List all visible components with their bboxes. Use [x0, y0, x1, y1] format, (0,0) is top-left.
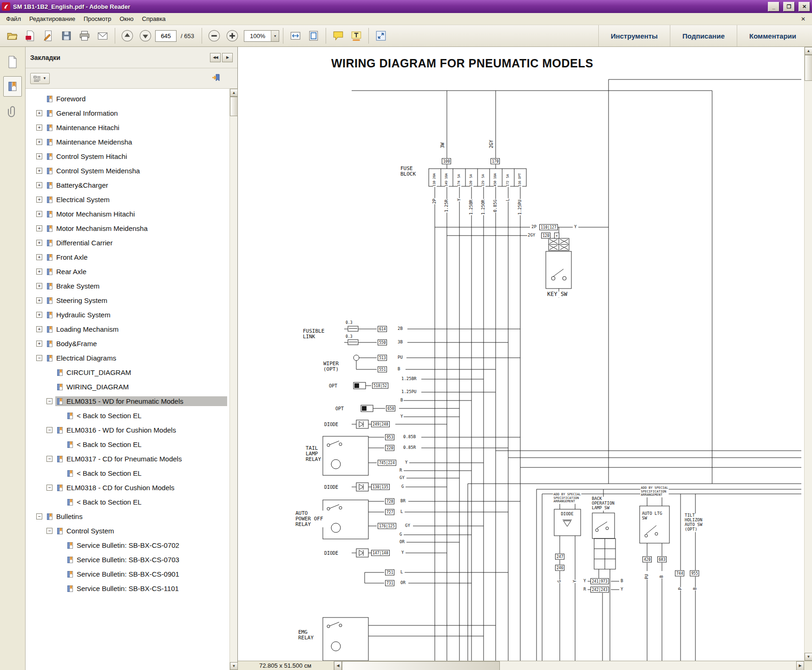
bookmark-item[interactable]: +Loading Mechanism — [26, 322, 237, 336]
bookmark-item[interactable]: +General Information — [26, 106, 237, 120]
bookmark-item[interactable]: −Electrical Diagrams — [26, 351, 237, 365]
bookmark-item[interactable]: +Motor Mechanism Meidensha — [26, 221, 237, 236]
comment-panel-button[interactable]: Комментарии — [737, 25, 808, 46]
bookmark-item[interactable]: +Body&Frame — [26, 336, 237, 351]
bookmark-item[interactable]: Service Bulletin: SB-BX-CS-0702 — [26, 538, 237, 552]
bookmark-item[interactable]: < Back to Section EL — [26, 495, 237, 509]
bookmark-item[interactable]: −ELM0318 - CD for Cushion Models — [26, 480, 237, 495]
bookmarks-scrollbar[interactable]: ▲ ▼ — [229, 89, 237, 670]
expand-plus-icon[interactable]: + — [36, 110, 42, 116]
bookmark-item[interactable]: +Control System Hitachi — [26, 149, 237, 164]
zoom-out-button[interactable] — [206, 27, 223, 45]
scroll-down-icon[interactable]: ▼ — [230, 662, 238, 670]
bookmark-item[interactable]: Service Bulletin: SB-BX-CS-1101 — [26, 581, 237, 596]
expand-plus-icon[interactable]: + — [36, 297, 42, 303]
close-button[interactable]: ✕ — [799, 2, 810, 12]
collapse-minus-icon[interactable]: − — [46, 398, 52, 404]
document-horizontal-scrollbar[interactable]: ◀ ▶ — [334, 661, 804, 670]
bookmark-item[interactable]: +Front Axle — [26, 250, 237, 264]
document-close-icon[interactable]: ✕ — [796, 15, 810, 23]
menu-help[interactable]: Справка — [138, 13, 170, 24]
bookmark-item[interactable]: < Back to Section EL — [26, 437, 237, 452]
add-comment-button[interactable] — [330, 27, 347, 45]
fit-page-button[interactable] — [305, 27, 322, 45]
bookmark-item[interactable]: +Steering System — [26, 293, 237, 308]
scrollbar-thumb[interactable] — [805, 55, 812, 81]
page-number-input[interactable] — [155, 30, 177, 42]
bookmark-item[interactable]: CIRCUIT_DIAGRAM — [26, 365, 237, 380]
create-pdf-button[interactable] — [22, 27, 39, 45]
expand-plus-icon[interactable]: + — [36, 312, 42, 318]
bookmark-item[interactable]: Foreword — [26, 92, 237, 106]
expand-plus-icon[interactable]: + — [36, 197, 42, 203]
email-button[interactable] — [94, 27, 111, 45]
zoom-level-select[interactable]: 100% ▼ — [244, 30, 279, 42]
bookmark-item[interactable]: Service Bulletin: SB-BX-CS-0703 — [26, 552, 237, 567]
expand-plus-icon[interactable]: + — [36, 153, 42, 159]
bookmark-item[interactable]: +Electrical System — [26, 192, 237, 207]
scrollbar-thumb[interactable] — [342, 661, 500, 670]
bookmark-item[interactable]: +Differential Carrier — [26, 236, 237, 250]
print-button[interactable] — [76, 27, 93, 45]
bookmark-item[interactable]: Service Bulletin: SB-BX-CS-0901 — [26, 567, 237, 581]
bookmarks-panel-button[interactable] — [3, 76, 22, 97]
next-page-button[interactable] — [137, 27, 154, 45]
scrollbar-thumb[interactable] — [230, 97, 238, 116]
zoom-dropdown-icon[interactable]: ▼ — [271, 31, 279, 41]
menu-view[interactable]: Просмотр — [79, 13, 115, 24]
bookmark-item[interactable]: +Battery&Charger — [26, 178, 237, 192]
menu-window[interactable]: Окно — [115, 13, 138, 24]
expand-plus-icon[interactable]: + — [36, 240, 42, 246]
tools-panel-button[interactable]: Инструменты — [598, 25, 670, 46]
edit-document-button[interactable] — [40, 27, 57, 45]
bookmark-item[interactable]: < Back to Section EL — [26, 408, 237, 423]
collapse-minus-icon[interactable]: − — [46, 427, 52, 433]
scroll-up-icon[interactable]: ▲ — [805, 47, 812, 55]
bookmark-item[interactable]: WIRING_DIAGRAM — [26, 380, 237, 394]
expand-plus-icon[interactable]: + — [36, 269, 42, 275]
collapse-minus-icon[interactable]: − — [36, 513, 42, 519]
fullscreen-button[interactable] — [373, 27, 389, 45]
bookmark-item[interactable]: −Control System — [26, 524, 237, 538]
bookmark-item[interactable]: +Maintenance Meidensha — [26, 135, 237, 149]
bookmark-item[interactable]: −ELM0315 - WD for Pneumatic Models — [26, 394, 237, 408]
page-thumbnails-button[interactable] — [3, 52, 22, 72]
expand-plus-icon[interactable]: + — [36, 225, 42, 231]
expand-plus-icon[interactable]: + — [36, 283, 42, 289]
scrollbar-track[interactable] — [500, 661, 796, 670]
scroll-down-icon[interactable]: ▼ — [805, 653, 812, 661]
bookmark-item[interactable]: −Bulletins — [26, 509, 237, 524]
bookmark-item[interactable]: −ELM0317 - CD for Pneumatic Models — [26, 452, 237, 466]
menu-file[interactable]: Файл — [2, 13, 25, 24]
expand-panel-icon[interactable]: ▶ — [222, 53, 233, 62]
scroll-left-icon[interactable]: ◀ — [334, 661, 342, 670]
bookmark-item[interactable]: +Control System Meidensha — [26, 164, 237, 178]
collapse-minus-icon[interactable]: − — [46, 528, 52, 534]
expand-plus-icon[interactable]: + — [36, 168, 42, 174]
sign-panel-button[interactable]: Подписание — [670, 25, 737, 46]
zoom-in-button[interactable] — [224, 27, 241, 45]
bookmark-item[interactable]: < Back to Section EL — [26, 466, 237, 480]
expand-plus-icon[interactable]: + — [36, 125, 42, 131]
document-vertical-scrollbar[interactable]: ▲ ▼ — [804, 47, 812, 661]
bookmark-item[interactable]: +Brake System — [26, 279, 237, 293]
bookmark-item[interactable]: +Motor Mechanism Hitachi — [26, 207, 237, 221]
expand-plus-icon[interactable]: + — [36, 341, 42, 347]
expand-plus-icon[interactable]: + — [36, 139, 42, 145]
collapse-minus-icon[interactable]: − — [46, 485, 52, 491]
scroll-right-icon[interactable]: ▶ — [796, 661, 804, 670]
goto-current-bookmark-button[interactable] — [211, 73, 221, 83]
collapse-minus-icon[interactable]: − — [46, 456, 52, 462]
bookmarks-options-button[interactable]: ▼ — [30, 73, 50, 84]
save-button[interactable] — [58, 27, 75, 45]
bookmark-item[interactable]: +Hydraulic System — [26, 308, 237, 322]
highlight-text-button[interactable] — [348, 27, 365, 45]
collapse-minus-icon[interactable]: − — [36, 355, 42, 361]
scroll-up-icon[interactable]: ▲ — [230, 89, 238, 97]
attachments-button[interactable] — [3, 101, 22, 121]
bookmark-item[interactable]: +Rear Axle — [26, 264, 237, 279]
bookmark-item[interactable]: −ELM0316 - WD for Cushion Models — [26, 423, 237, 437]
expand-plus-icon[interactable]: + — [36, 211, 42, 217]
expand-plus-icon[interactable]: + — [36, 254, 42, 260]
bookmark-item[interactable]: +Maintenance Hitachi — [26, 120, 237, 135]
